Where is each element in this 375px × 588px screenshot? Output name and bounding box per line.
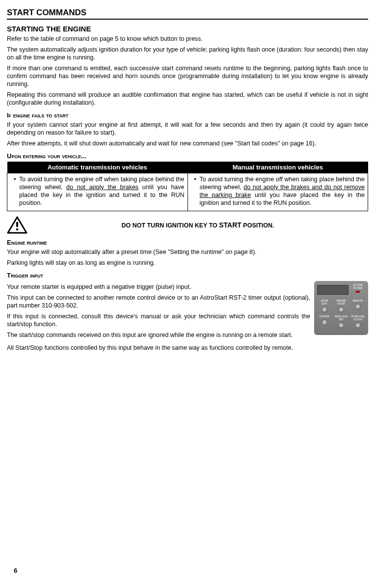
timer-hour-cell: HEURE HOUR xyxy=(334,300,348,313)
starting-p4: Repeating this command will produce an a… xyxy=(7,91,368,107)
warning-row: DO NOT TURN IGNITION KEY TO START POSITI… xyxy=(7,216,368,234)
page-title: START COMMANDS xyxy=(7,8,368,20)
auto-text: To avoid turning the engine off when tak… xyxy=(19,175,185,207)
trigger-p5: All Start/Stop functions controlled by t… xyxy=(7,344,368,352)
manual-text: To avoid turning the engine off when tak… xyxy=(200,175,365,207)
timer-day-button xyxy=(321,307,327,312)
timer-hour-label: HEURE HOUR xyxy=(334,300,348,306)
timer-active-text: ACTIVÉ IN USE xyxy=(350,284,365,290)
timer-onoff-label: ON/OFF xyxy=(317,315,332,318)
bullet-icon: ▪ xyxy=(10,175,19,207)
timer-led-icon xyxy=(356,291,360,293)
trigger-p1: Your remote starter is equipped with a n… xyxy=(7,283,310,291)
timer-minute-label: MINUTE xyxy=(350,300,365,303)
svg-rect-1 xyxy=(16,222,18,227)
warning-text: DO NOT TURN IGNITION KEY TO START POSITI… xyxy=(27,221,368,229)
timer-active-label: ACTIVÉ IN USE xyxy=(350,284,365,298)
timer-set-cell: RÉGLAGE SET xyxy=(334,315,348,329)
entering-heading: Upon entering your vehicle... xyxy=(7,152,368,160)
fails-p2: After three attempts, it will shut down … xyxy=(7,140,368,147)
starting-p3: If more than one command is emitted, eac… xyxy=(7,64,368,88)
bullet-icon: ▪ xyxy=(191,175,200,207)
timer-device-image: ACTIVÉ IN USE JOUR DAY HEURE HOUR MINUTE… xyxy=(314,281,368,335)
transmission-table: Automatic transmission vehicles Manual t… xyxy=(7,162,368,211)
starting-p1: Refer to the table of command on page 5 … xyxy=(7,35,368,43)
timer-minute-cell: MINUTE xyxy=(350,300,365,313)
runtime-p2: Parking lights will stay on as long as e… xyxy=(7,259,368,267)
timer-minute-button xyxy=(355,304,361,309)
timer-day-cell: JOUR DAY xyxy=(317,300,332,313)
trigger-p3: If this input is connected, consult this… xyxy=(7,312,310,328)
trigger-p4: The start/stop commands received on this… xyxy=(7,331,310,339)
timer-hour-button xyxy=(338,307,344,312)
timer-day-label: JOUR DAY xyxy=(317,300,332,306)
trigger-heading: Trigger input xyxy=(7,272,368,279)
starting-heading: STARTING THE ENGINE xyxy=(7,25,368,33)
svg-rect-2 xyxy=(16,228,18,230)
auto-underline: do not apply the brakes xyxy=(66,184,138,191)
trigger-p2: This input can be connected to another r… xyxy=(7,294,310,309)
fails-heading: If engine fails to start xyxy=(7,112,368,119)
timer-clock-label: HORLOGE CLOCK xyxy=(350,315,365,321)
manual-bullet: ▪ To avoid turning the engine off when t… xyxy=(191,175,365,207)
timer-clock-button xyxy=(355,322,361,328)
col-header-auto: Automatic transmission vehicles xyxy=(7,162,188,173)
warning-big: START xyxy=(219,221,241,229)
col-header-manual: Manual transmission vehicles xyxy=(188,162,368,173)
timer-onoff-cell: ON/OFF xyxy=(317,315,332,329)
timer-lcd xyxy=(317,285,348,295)
timer-set-label: RÉGLAGE SET xyxy=(334,315,348,321)
warning-icon xyxy=(7,216,27,234)
warning-post: POSITION. xyxy=(241,222,274,229)
timer-clock-cell: HORLOGE CLOCK xyxy=(350,315,365,329)
warning-pre: DO NOT TURN IGNITION KEY TO xyxy=(121,222,219,229)
timer-onoff-button xyxy=(321,319,327,325)
starting-p2: The system automatically adjusts ignitio… xyxy=(7,46,368,61)
auto-bullet: ▪ To avoid turning the engine off when t… xyxy=(10,175,185,207)
page-number: 6 xyxy=(14,567,17,574)
timer-set-button xyxy=(338,322,344,328)
fails-p1: If your system cannot start your engine … xyxy=(7,121,368,137)
runtime-heading: Engine runtime xyxy=(7,239,368,246)
runtime-p1: Your engine will stop automatically afte… xyxy=(7,248,368,256)
